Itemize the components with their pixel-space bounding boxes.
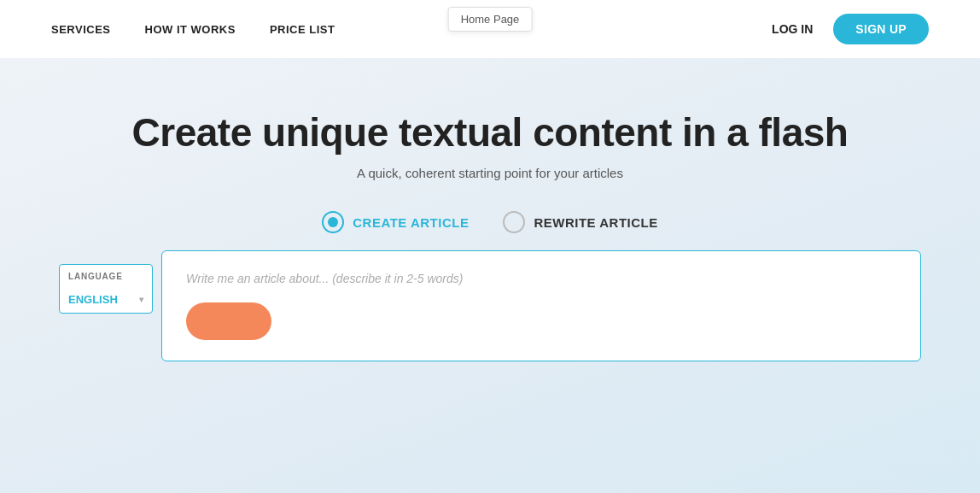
nav-services[interactable]: SERVICES — [51, 23, 111, 36]
orange-blob — [186, 302, 271, 340]
nav-right: LOG IN SIGN UP — [772, 14, 929, 44]
content-area: LANGUAGE ENGLISH ▾ Write me an article a… — [0, 250, 980, 361]
create-article-option[interactable]: CREATE ARTICLE — [322, 211, 469, 233]
language-select[interactable]: ENGLISH ▾ — [68, 293, 143, 306]
radio-group: CREATE ARTICLE REWRITE ARTICLE — [322, 211, 657, 233]
language-label: LANGUAGE — [68, 272, 143, 281]
article-input-box: Write me an article about... (describe i… — [161, 250, 921, 361]
hero-title: Create unique textual content in a flash — [132, 109, 849, 156]
nav-links: SERVICES HOW IT WORKS PRICE LIST — [51, 23, 772, 36]
signup-button[interactable]: SIGN UP — [833, 14, 929, 44]
language-box: LANGUAGE ENGLISH ▾ — [59, 264, 153, 314]
navbar: SERVICES HOW IT WORKS PRICE LIST Home Pa… — [0, 0, 980, 58]
create-article-label: CREATE ARTICLE — [353, 215, 469, 230]
rewrite-article-radio[interactable] — [503, 211, 525, 233]
chevron-down-icon: ▾ — [139, 295, 143, 304]
hero-subtitle: A quick, coherent starting point for you… — [357, 166, 623, 180]
login-link[interactable]: LOG IN — [772, 22, 813, 36]
nav-how-it-works[interactable]: HOW IT WORKS — [145, 23, 236, 36]
rewrite-article-option[interactable]: REWRITE ARTICLE — [503, 211, 657, 233]
nav-price-list[interactable]: PRICE LIST — [270, 23, 335, 36]
rewrite-article-label: REWRITE ARTICLE — [534, 215, 657, 230]
create-article-radio[interactable] — [322, 211, 344, 233]
hero-section: Create unique textual content in a flash… — [0, 58, 980, 233]
article-placeholder: Write me an article about... (describe i… — [186, 272, 896, 285]
language-value: ENGLISH — [68, 293, 118, 306]
breadcrumb: Home Page — [448, 7, 533, 32]
